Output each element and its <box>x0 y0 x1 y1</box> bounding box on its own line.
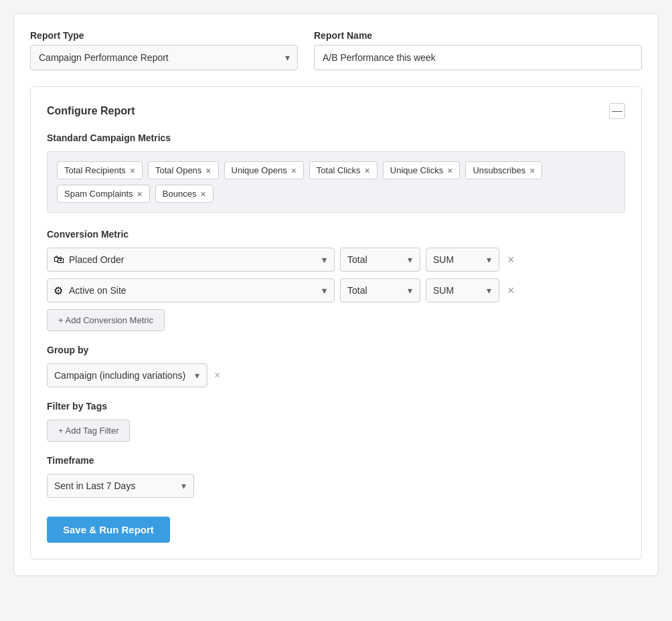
metric-tag: Unique Opens× <box>224 161 304 179</box>
report-name-label: Report Name <box>314 30 642 41</box>
save-run-report-button[interactable]: Save & Run Report <box>47 517 170 543</box>
report-name-input[interactable] <box>314 45 642 70</box>
collapse-button[interactable]: — <box>609 103 625 119</box>
metric-tag: Spam Complaints× <box>57 185 150 203</box>
configure-title: Configure Report <box>47 105 135 117</box>
group-by-section: Group by Campaign (including variations)… <box>47 345 625 387</box>
metric-tag-remove[interactable]: × <box>447 166 452 175</box>
metric-tag-remove[interactable]: × <box>200 189 205 199</box>
filter-by-tags-section: Filter by Tags + Add Tag Filter <box>47 401 625 442</box>
conversion-agg-2-wrapper: Total Unique Average <box>340 278 420 302</box>
metric-tag-remove[interactable]: × <box>130 166 135 175</box>
group-by-select[interactable]: Campaign (including variations) Campaign… <box>47 363 207 387</box>
metric-tag: Total Opens× <box>148 161 219 179</box>
conversion-row-1: 🛍 Placed Order ▾ Total Unique Average <box>47 248 625 272</box>
conversion-func-2-select[interactable]: SUM AVG COUNT <box>426 278 499 302</box>
group-by-title: Group by <box>47 345 625 355</box>
metric-tag: Bounces× <box>155 185 214 203</box>
metric-tag-remove[interactable]: × <box>291 166 297 175</box>
timeframe-select-wrapper: Sent in Last 7 DaysSent in Last 30 DaysS… <box>47 474 194 498</box>
gear-icon: ⚙ <box>54 284 63 297</box>
main-container: Report Type Campaign Performance ReportS… <box>13 13 659 576</box>
metric-tag-remove[interactable]: × <box>137 189 143 199</box>
report-name-group: Report Name <box>314 30 642 70</box>
group-by-clear-icon[interactable]: × <box>214 369 220 381</box>
metric-tag-label: Total Recipients <box>64 165 126 175</box>
filter-by-tags-title: Filter by Tags <box>47 401 625 412</box>
metric-tag: Total Clicks× <box>309 161 377 179</box>
add-tag-filter-button[interactable]: + Add Tag Filter <box>47 420 130 442</box>
group-by-select-wrapper: Campaign (including variations) Campaign… <box>47 363 207 387</box>
metric-tag-remove[interactable]: × <box>365 166 370 175</box>
report-type-select[interactable]: Campaign Performance ReportSingle Campai… <box>30 45 298 70</box>
metric-tag: Total Recipients× <box>57 161 143 179</box>
report-type-label: Report Type <box>30 30 298 41</box>
metric-tag-label: Total Opens <box>155 165 201 175</box>
metric-tag-label: Unique Opens <box>232 165 287 175</box>
metric-tag-label: Unique Clicks <box>390 165 443 175</box>
conversion-agg-1-wrapper: Total Unique Average <box>340 248 420 272</box>
conversion-row-2: ⚙ Active on Site ▾ Total Unique Average <box>47 278 625 302</box>
metric-tag-label: Total Clicks <box>317 165 361 175</box>
conversion-metric-title: Conversion Metric <box>47 229 625 240</box>
standard-metrics-title: Standard Campaign Metrics <box>47 132 625 143</box>
metric-tag-label: Spam Complaints <box>64 189 133 199</box>
timeframe-section: Timeframe Sent in Last 7 DaysSent in Las… <box>47 455 625 498</box>
metric-tag-remove[interactable]: × <box>205 166 211 175</box>
conversion-func-1-wrapper: SUM AVG COUNT <box>426 248 499 272</box>
metric-tag: Unsubscribes× <box>465 161 542 179</box>
shopify-icon: 🛍 <box>54 254 64 266</box>
add-conversion-metric-button[interactable]: + Add Conversion Metric <box>47 309 165 331</box>
remove-row-2-button[interactable]: × <box>505 284 517 296</box>
conversion-func-2-wrapper: SUM AVG COUNT <box>426 278 499 302</box>
metric-tag-label: Bounces <box>163 189 197 199</box>
section-header: Configure Report — <box>47 103 625 119</box>
conversion-agg-1-select[interactable]: Total Unique Average <box>340 248 420 272</box>
group-by-row: Campaign (including variations) Campaign… <box>47 363 625 387</box>
report-type-group: Report Type Campaign Performance ReportS… <box>30 30 298 70</box>
metric-tag-label: Unsubscribes <box>473 165 525 175</box>
top-row: Report Type Campaign Performance ReportS… <box>30 30 642 70</box>
configure-section: Configure Report — Standard Campaign Met… <box>30 86 642 559</box>
timeframe-title: Timeframe <box>47 455 625 466</box>
conversion-metric-2-select[interactable]: Active on Site <box>47 278 335 302</box>
collapse-icon: — <box>612 106 622 116</box>
metrics-area: Total Recipients×Total Opens×Unique Open… <box>47 151 625 213</box>
conversion-metric-1-wrapper: 🛍 Placed Order ▾ <box>47 248 335 272</box>
conversion-agg-2-select[interactable]: Total Unique Average <box>340 278 420 302</box>
conversion-metric-2-wrapper: ⚙ Active on Site ▾ <box>47 278 335 302</box>
report-type-wrapper: Campaign Performance ReportSingle Campai… <box>30 45 298 70</box>
conversion-section: Conversion Metric 🛍 Placed Order ▾ Total… <box>47 229 625 331</box>
conversion-metric-1-select[interactable]: Placed Order <box>47 248 335 272</box>
timeframe-select[interactable]: Sent in Last 7 DaysSent in Last 30 DaysS… <box>47 474 194 498</box>
standard-metrics-section: Standard Campaign Metrics Total Recipien… <box>47 132 625 213</box>
remove-row-1-button[interactable]: × <box>505 254 517 266</box>
metric-tag-remove[interactable]: × <box>529 166 535 175</box>
metric-tag: Unique Clicks× <box>383 161 460 179</box>
conversion-func-1-select[interactable]: SUM AVG COUNT <box>426 248 499 272</box>
